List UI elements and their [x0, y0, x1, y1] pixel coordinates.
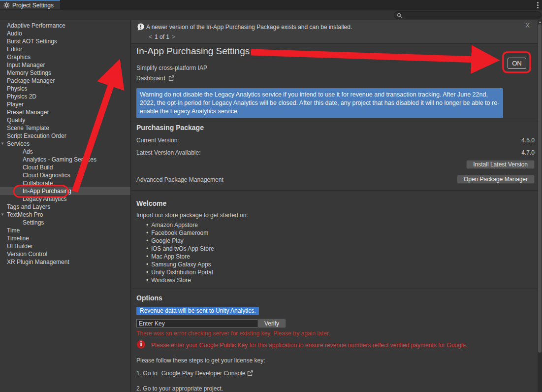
latest-version-label: Latest Version Available: [136, 149, 201, 156]
bullet-icon: • [146, 222, 148, 229]
sidebar-item-editor[interactable]: Editor [0, 45, 130, 53]
kebab-menu-icon[interactable] [537, 2, 539, 8]
bullet-icon: • [146, 277, 148, 284]
foldout-triangle-icon[interactable]: ▼ [0, 211, 4, 219]
notification-close-button[interactable]: X [525, 22, 530, 29]
foldout-triangle-icon[interactable]: ▼ [0, 140, 4, 148]
sidebar-item-scene-template[interactable]: Scene Template [0, 124, 130, 132]
sidebar-item-graphics[interactable]: Graphics [0, 53, 130, 61]
store-name: Google Play [151, 237, 183, 244]
verify-button[interactable]: Verify [257, 319, 286, 328]
store-name: Samsung Galaxy Apps [151, 261, 211, 268]
store-name: Amazon Appstore [151, 222, 198, 229]
sidebar-item-xr-plugin-management[interactable]: XR Plugin Management [0, 258, 130, 266]
install-latest-version-button[interactable]: Install Latest Version [466, 160, 535, 169]
sidebar-item-timeline[interactable]: Timeline [0, 234, 130, 242]
error-info-icon: i [137, 340, 145, 349]
license-key-input[interactable] [136, 319, 258, 327]
sidebar-item-input-manager[interactable]: Input Manager [0, 61, 130, 69]
sidebar-item-label: Quality [7, 117, 25, 124]
sidebar-item-analytics-gaming-services[interactable]: Analytics - Gaming Services [0, 156, 130, 163]
sidebar-item-label: Memory Settings [7, 69, 51, 76]
sidebar-item-textmesh-pro[interactable]: ▼TextMesh Pro [0, 211, 130, 219]
store-list-item: •Samsung Galaxy Apps [146, 261, 214, 268]
store-list-item: •Amazon Appstore [146, 221, 214, 229]
notification-pager: <1 of 1> [148, 33, 176, 40]
sidebar-item-label: Tags and Layers [7, 203, 50, 210]
dashboard-link[interactable]: Dashboard [136, 75, 174, 82]
tab-project-settings[interactable]: Project Settings [0, 0, 60, 9]
latest-version-value: 4.7.0 [521, 149, 535, 156]
store-list-item: •Unity Distribution Portal [146, 268, 214, 276]
store-name: Mac App Store [151, 253, 190, 260]
bullet-icon: • [146, 261, 148, 268]
toolbar [0, 10, 542, 20]
gear-icon [3, 2, 10, 8]
sidebar-item-label: Burst AOT Settings [7, 38, 57, 45]
scrollbar-thumb[interactable] [538, 24, 542, 353]
legacy-analytics-warning: Warning do not disable the Legacy Analyt… [136, 88, 503, 118]
pager-label: 1 of 1 [153, 33, 171, 40]
sidebar-item-label: Services [7, 140, 30, 147]
sidebar-item-label: Cloud Diagnostics [23, 172, 70, 179]
sidebar-item-label: Collaborate [23, 180, 53, 187]
sidebar-item-tags-and-layers[interactable]: Tags and Layers [0, 203, 130, 211]
search-input[interactable] [404, 12, 534, 19]
sidebar-item-label: Input Manager [7, 62, 45, 68]
sidebar-item-time[interactable]: Time [0, 227, 130, 234]
google-play-console-link[interactable]: Google Play Developer Console [161, 370, 246, 377]
google-key-warning-text: Please enter your Google Public Key for … [151, 342, 535, 349]
page-subtitle: Simplify cross-platform IAP [136, 65, 207, 71]
scroll-up-icon[interactable] [539, 21, 542, 23]
sidebar-item-label: Adaptive Performance [7, 22, 65, 29]
store-list-item: •Mac App Store [146, 253, 214, 261]
sidebar-item-ui-builder[interactable]: UI Builder [0, 242, 130, 250]
server-error-text: There was an error checking server for e… [136, 330, 330, 337]
pager-next-button[interactable]: > [171, 33, 176, 40]
sidebar-item-label: Preset Manager [7, 109, 49, 116]
sidebar-item-audio[interactable]: Audio [0, 30, 130, 37]
sidebar-item-label: Editor [7, 46, 22, 53]
sidebar-item-label: Settings [23, 219, 44, 226]
settings-sidebar: Adaptive PerformanceAudioBurst AOT Setti… [0, 20, 131, 392]
open-package-manager-button[interactable]: Open Package Manager [457, 175, 535, 184]
search-box[interactable] [394, 11, 542, 19]
sidebar-item-physics[interactable]: Physics [0, 85, 130, 93]
sidebar-item-burst-aot-settings[interactable]: Burst AOT Settings [0, 37, 130, 45]
sidebar-item-label: In-App Purchasing [23, 188, 71, 195]
sidebar-item-label: Scene Template [7, 125, 49, 131]
bullet-icon: • [146, 253, 148, 260]
store-list-item: •Facebook Gameroom [146, 229, 214, 237]
sidebar-item-label: Cloud Build [23, 164, 53, 171]
sidebar-item-player[interactable]: Player [0, 100, 130, 108]
sidebar-item-quality[interactable]: Quality [0, 116, 130, 124]
dashboard-link-label: Dashboard [136, 75, 165, 82]
vertical-scrollbar[interactable] [538, 20, 542, 392]
store-list-item: •Google Play [146, 237, 214, 245]
sidebar-item-legacy-analytics[interactable]: Legacy Analytics [0, 195, 130, 203]
sidebar-item-adaptive-performance[interactable]: Adaptive Performance [0, 22, 130, 30]
sidebar-item-label: XR Plugin Management [7, 259, 69, 265]
sidebar-item-label: Timeline [7, 235, 29, 242]
sidebar-item-package-manager[interactable]: Package Manager [0, 77, 130, 85]
sidebar-item-script-execution-order[interactable]: Script Execution Order [0, 132, 130, 140]
pager-prev-button[interactable]: < [148, 33, 153, 40]
store-name: Facebook Gameroom [151, 229, 208, 236]
sidebar-item-memory-settings[interactable]: Memory Settings [0, 69, 130, 77]
sidebar-item-ads[interactable]: Ads [0, 148, 130, 156]
main-panel: A newer version of the In-App Purchasing… [131, 20, 542, 392]
service-toggle-button[interactable]: ON [508, 58, 526, 69]
sidebar-item-preset-manager[interactable]: Preset Manager [0, 108, 130, 116]
store-name: Unity Distribution Portal [151, 269, 213, 276]
analytics-notice-badge: Revenue data will be sent to Unity Analy… [136, 307, 259, 315]
sidebar-item-version-control[interactable]: Version Control [0, 250, 130, 258]
sidebar-item-label: Analytics - Gaming Services [23, 156, 96, 163]
sidebar-item-in-app-purchasing[interactable]: In-App Purchasing [0, 187, 130, 195]
sidebar-item-settings[interactable]: Settings [0, 219, 130, 227]
sidebar-item-physics-2d[interactable]: Physics 2D [0, 93, 130, 100]
sidebar-item-cloud-build[interactable]: Cloud Build [0, 163, 130, 171]
sidebar-item-services[interactable]: ▼Services [0, 140, 130, 148]
sidebar-item-label: Ads [23, 148, 33, 155]
sidebar-item-collaborate[interactable]: Collaborate [0, 179, 130, 187]
sidebar-item-cloud-diagnostics[interactable]: Cloud Diagnostics [0, 171, 130, 179]
